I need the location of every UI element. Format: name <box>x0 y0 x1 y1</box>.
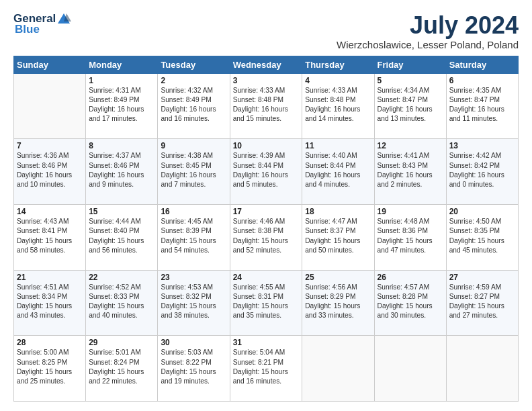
week-row-5: 28Sunrise: 5:00 AM Sunset: 8:25 PM Dayli… <box>14 336 519 402</box>
day-number: 7 <box>17 141 83 150</box>
header: General Blue July 2024 Wierzchoslawice, … <box>13 12 519 50</box>
day-number: 23 <box>161 273 226 282</box>
day-info: Sunrise: 4:34 AM Sunset: 8:47 PM Dayligh… <box>378 86 443 124</box>
day-number: 8 <box>89 141 154 150</box>
title-block: July 2024 Wierzchoslawice, Lesser Poland… <box>337 12 519 50</box>
calendar-cell: 26Sunrise: 4:57 AM Sunset: 8:28 PM Dayli… <box>374 270 446 336</box>
calendar-cell: 28Sunrise: 5:00 AM Sunset: 8:25 PM Dayli… <box>14 336 86 402</box>
calendar-cell: 24Sunrise: 4:55 AM Sunset: 8:31 PM Dayli… <box>230 270 302 336</box>
calendar-cell <box>374 336 446 402</box>
calendar-cell: 17Sunrise: 4:46 AM Sunset: 8:38 PM Dayli… <box>230 204 302 270</box>
calendar-cell: 29Sunrise: 5:01 AM Sunset: 8:24 PM Dayli… <box>86 336 158 402</box>
calendar-cell: 9Sunrise: 4:38 AM Sunset: 8:45 PM Daylig… <box>158 139 230 205</box>
day-number: 1 <box>89 76 154 85</box>
day-info: Sunrise: 5:01 AM Sunset: 8:24 PM Dayligh… <box>89 348 154 386</box>
day-info: Sunrise: 4:35 AM Sunset: 8:47 PM Dayligh… <box>449 86 515 124</box>
day-info: Sunrise: 4:38 AM Sunset: 8:45 PM Dayligh… <box>161 151 226 189</box>
weekday-header-thursday: Thursday <box>302 56 374 73</box>
day-number: 26 <box>378 273 443 282</box>
calendar-cell: 22Sunrise: 4:52 AM Sunset: 8:33 PM Dayli… <box>86 270 158 336</box>
calendar-cell: 27Sunrise: 4:59 AM Sunset: 8:27 PM Dayli… <box>446 270 518 336</box>
day-info: Sunrise: 4:47 AM Sunset: 8:37 PM Dayligh… <box>305 217 371 255</box>
day-number: 27 <box>449 273 515 282</box>
day-info: Sunrise: 4:32 AM Sunset: 8:49 PM Dayligh… <box>161 86 226 124</box>
day-number: 24 <box>233 273 300 282</box>
day-number: 20 <box>449 207 515 216</box>
calendar-cell: 14Sunrise: 4:43 AM Sunset: 8:41 PM Dayli… <box>14 204 86 270</box>
month-title: July 2024 <box>337 12 519 39</box>
day-info: Sunrise: 5:00 AM Sunset: 8:25 PM Dayligh… <box>17 348 83 386</box>
day-number: 3 <box>233 76 300 85</box>
day-number: 2 <box>161 76 226 85</box>
day-info: Sunrise: 5:03 AM Sunset: 8:22 PM Dayligh… <box>161 348 226 386</box>
day-info: Sunrise: 4:33 AM Sunset: 8:48 PM Dayligh… <box>305 86 371 124</box>
calendar-cell: 31Sunrise: 5:04 AM Sunset: 8:21 PM Dayli… <box>230 336 302 402</box>
calendar-cell: 3Sunrise: 4:33 AM Sunset: 8:48 PM Daylig… <box>230 73 302 139</box>
logo: General Blue <box>13 12 72 36</box>
day-number: 9 <box>161 141 226 150</box>
day-number: 12 <box>378 141 443 150</box>
calendar-cell: 12Sunrise: 4:41 AM Sunset: 8:43 PM Dayli… <box>374 139 446 205</box>
day-info: Sunrise: 4:48 AM Sunset: 8:36 PM Dayligh… <box>378 217 443 255</box>
day-number: 14 <box>17 207 83 216</box>
calendar-cell: 10Sunrise: 4:39 AM Sunset: 8:44 PM Dayli… <box>230 139 302 205</box>
day-number: 16 <box>161 207 226 216</box>
day-info: Sunrise: 4:37 AM Sunset: 8:46 PM Dayligh… <box>89 151 154 189</box>
weekday-header-saturday: Saturday <box>446 56 518 73</box>
day-info: Sunrise: 4:44 AM Sunset: 8:40 PM Dayligh… <box>89 217 154 255</box>
calendar-cell: 30Sunrise: 5:03 AM Sunset: 8:22 PM Dayli… <box>158 336 230 402</box>
day-number: 25 <box>305 273 371 282</box>
calendar-cell: 21Sunrise: 4:51 AM Sunset: 8:34 PM Dayli… <box>14 270 86 336</box>
calendar-page: General Blue July 2024 Wierzchoslawice, … <box>0 0 532 411</box>
day-number: 19 <box>378 207 443 216</box>
calendar-cell: 8Sunrise: 4:37 AM Sunset: 8:46 PM Daylig… <box>86 139 158 205</box>
week-row-1: 1Sunrise: 4:31 AM Sunset: 8:49 PM Daylig… <box>14 73 519 139</box>
day-info: Sunrise: 4:59 AM Sunset: 8:27 PM Dayligh… <box>449 283 515 321</box>
calendar-cell: 2Sunrise: 4:32 AM Sunset: 8:49 PM Daylig… <box>158 73 230 139</box>
day-info: Sunrise: 4:52 AM Sunset: 8:33 PM Dayligh… <box>89 283 154 321</box>
day-info: Sunrise: 4:50 AM Sunset: 8:35 PM Dayligh… <box>449 217 515 255</box>
calendar-cell: 7Sunrise: 4:36 AM Sunset: 8:46 PM Daylig… <box>14 139 86 205</box>
calendar-table: SundayMondayTuesdayWednesdayThursdayFrid… <box>13 56 519 402</box>
logo-icon <box>56 12 71 26</box>
calendar-cell <box>446 336 518 402</box>
weekday-header-wednesday: Wednesday <box>230 56 302 73</box>
day-info: Sunrise: 4:31 AM Sunset: 8:49 PM Dayligh… <box>89 86 154 124</box>
location: Wierzchoslawice, Lesser Poland, Poland <box>337 39 519 50</box>
day-number: 29 <box>89 338 154 347</box>
day-number: 18 <box>305 207 371 216</box>
calendar-cell: 16Sunrise: 4:45 AM Sunset: 8:39 PM Dayli… <box>158 204 230 270</box>
calendar-cell: 18Sunrise: 4:47 AM Sunset: 8:37 PM Dayli… <box>302 204 374 270</box>
week-row-2: 7Sunrise: 4:36 AM Sunset: 8:46 PM Daylig… <box>14 139 519 205</box>
day-number: 30 <box>161 338 226 347</box>
weekday-header-row: SundayMondayTuesdayWednesdayThursdayFrid… <box>14 56 519 73</box>
day-info: Sunrise: 4:43 AM Sunset: 8:41 PM Dayligh… <box>17 217 83 255</box>
day-number: 11 <box>305 141 371 150</box>
calendar-cell: 20Sunrise: 4:50 AM Sunset: 8:35 PM Dayli… <box>446 204 518 270</box>
logo-blue: Blue <box>15 23 40 36</box>
calendar-cell: 11Sunrise: 4:40 AM Sunset: 8:44 PM Dayli… <box>302 139 374 205</box>
day-info: Sunrise: 4:39 AM Sunset: 8:44 PM Dayligh… <box>233 151 300 189</box>
day-number: 5 <box>378 76 443 85</box>
day-info: Sunrise: 4:51 AM Sunset: 8:34 PM Dayligh… <box>17 283 83 321</box>
calendar-cell: 4Sunrise: 4:33 AM Sunset: 8:48 PM Daylig… <box>302 73 374 139</box>
calendar-cell <box>302 336 374 402</box>
day-info: Sunrise: 4:55 AM Sunset: 8:31 PM Dayligh… <box>233 283 300 321</box>
day-info: Sunrise: 4:41 AM Sunset: 8:43 PM Dayligh… <box>378 151 443 189</box>
calendar-cell: 19Sunrise: 4:48 AM Sunset: 8:36 PM Dayli… <box>374 204 446 270</box>
calendar-cell <box>14 73 86 139</box>
calendar-cell: 25Sunrise: 4:56 AM Sunset: 8:29 PM Dayli… <box>302 270 374 336</box>
calendar-cell: 15Sunrise: 4:44 AM Sunset: 8:40 PM Dayli… <box>86 204 158 270</box>
day-number: 28 <box>17 338 83 347</box>
weekday-header-tuesday: Tuesday <box>158 56 230 73</box>
day-info: Sunrise: 4:33 AM Sunset: 8:48 PM Dayligh… <box>233 86 300 124</box>
day-info: Sunrise: 5:04 AM Sunset: 8:21 PM Dayligh… <box>233 348 300 386</box>
day-number: 6 <box>449 76 515 85</box>
day-info: Sunrise: 4:36 AM Sunset: 8:46 PM Dayligh… <box>17 151 83 189</box>
day-info: Sunrise: 4:42 AM Sunset: 8:42 PM Dayligh… <box>449 151 515 189</box>
day-number: 13 <box>449 141 515 150</box>
day-info: Sunrise: 4:57 AM Sunset: 8:28 PM Dayligh… <box>378 283 443 321</box>
day-number: 17 <box>233 207 300 216</box>
week-row-4: 21Sunrise: 4:51 AM Sunset: 8:34 PM Dayli… <box>14 270 519 336</box>
day-number: 31 <box>233 338 300 347</box>
